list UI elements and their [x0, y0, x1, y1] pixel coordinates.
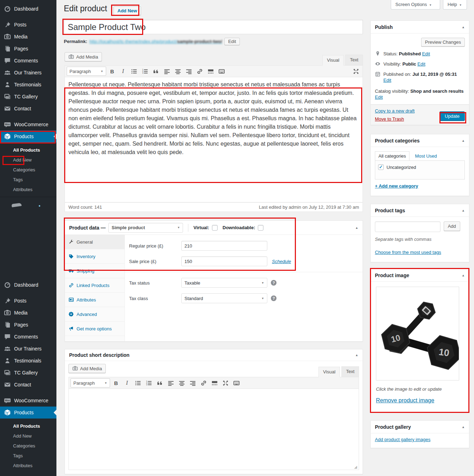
sidebar-item-tc-gallery[interactable]: TC Gallery [0, 367, 56, 379]
sidebar-item-media[interactable]: Media [0, 31, 56, 43]
sidebar-subitem-categories[interactable]: Categories [0, 441, 56, 451]
align-center-button[interactable] [177, 378, 187, 387]
add-new-category-link[interactable]: + Add new category [375, 183, 418, 189]
short-description-content-area[interactable]: ◢ [68, 389, 359, 470]
read-more-button[interactable] [206, 67, 215, 76]
sidebar-item-pages[interactable]: Pages [0, 43, 56, 55]
sidebar-subitem-add-new[interactable]: Add New [0, 155, 56, 165]
collapse-toggle-icon[interactable]: ▲ [462, 274, 465, 277]
uncategorized-checkbox[interactable] [378, 164, 384, 170]
sidebar-item-dashboard[interactable]: Dashboard [0, 279, 56, 291]
sidebar-item-contact[interactable]: Contact [0, 103, 56, 115]
align-left-button[interactable] [162, 67, 172, 76]
sidebar-item-tc-gallery[interactable]: TC Gallery [0, 91, 56, 103]
collapse-toggle-icon[interactable]: ▲ [462, 25, 465, 29]
bold-button[interactable]: B [111, 378, 121, 387]
collapse-toggle-icon[interactable]: ▲ [462, 209, 465, 212]
fullscreen-button[interactable] [220, 378, 230, 387]
sale-price-input[interactable] [181, 256, 267, 266]
update-button[interactable]: Update [439, 111, 465, 121]
editor-content-area[interactable]: Pellentesque ut neque. Pellentesque habi… [65, 77, 363, 202]
help-icon[interactable]: ? [271, 280, 276, 286]
collapse-toggle-icon[interactable]: ▲ [355, 353, 358, 357]
help-tab[interactable]: Help▼ [443, 0, 467, 10]
keyboard-shortcuts-button[interactable] [231, 378, 241, 387]
collapse-toggle-icon[interactable]: ▲ [355, 226, 358, 230]
sidebar-item-woocommerce[interactable]: WooCommerce [0, 395, 56, 407]
paragraph-format-select[interactable]: Paragraph▼ [67, 67, 106, 76]
collapse-toggle-icon[interactable]: ▲ [462, 139, 465, 142]
sidebar-subitem-all-products[interactable]: All Products [0, 421, 56, 431]
tab-most-used[interactable]: Most Used [415, 153, 437, 159]
numbered-list-button[interactable] [140, 67, 150, 76]
blockquote-button[interactable] [155, 378, 165, 387]
downloadable-checkbox[interactable] [258, 225, 263, 231]
help-icon[interactable]: ? [271, 295, 276, 301]
tab-visual[interactable]: Visual [318, 367, 340, 377]
sidebar-item-posts[interactable]: Posts [0, 295, 56, 307]
sidebar-subitem-attributes[interactable]: Attributes [0, 461, 56, 471]
sidebar-item-our-trainers[interactable]: Our Trainers [0, 343, 56, 355]
add-media-button[interactable]: Add Media [68, 364, 106, 373]
sidebar-item-testimonials[interactable]: Testimonials [0, 355, 56, 367]
fullscreen-button[interactable] [351, 67, 361, 76]
edit-catalog-link[interactable]: Edit [375, 94, 383, 100]
product-type-select[interactable]: Simple product▼ [108, 223, 183, 233]
sidebar-subitem-all-products[interactable]: All Products [0, 145, 56, 155]
sidebar-subitem-tags[interactable]: Tags [0, 175, 56, 185]
schedule-link[interactable]: Schedule [272, 259, 291, 264]
paragraph-format-select[interactable]: Paragraph▼ [71, 378, 110, 387]
sidebar-subitem-categories[interactable]: Categories [0, 165, 56, 175]
tax-status-select[interactable]: Taxable▼ [181, 278, 267, 288]
add-gallery-images-link[interactable]: Add product gallery images [375, 437, 431, 442]
sidebar-item-woocommerce[interactable]: WooCommerce [0, 118, 56, 130]
tab-text[interactable]: Text [341, 366, 359, 377]
sidebar-subitem-add-new[interactable]: Add New [0, 431, 56, 441]
tag-input[interactable] [375, 221, 440, 232]
tab-text[interactable]: Text [345, 55, 363, 65]
sidebar-item-contact[interactable]: Contact [0, 379, 56, 391]
sidebar-item-posts[interactable]: Posts [0, 19, 56, 31]
bullet-list-button[interactable] [129, 67, 139, 76]
sidebar-subitem-tags[interactable]: Tags [0, 451, 56, 461]
read-more-button[interactable] [209, 378, 219, 387]
move-to-trash-link[interactable]: Move to Trash [375, 116, 404, 122]
screen-options-tab[interactable]: Screen Options▼ [391, 0, 440, 10]
bullet-list-button[interactable] [133, 378, 143, 387]
sidebar-item-products[interactable]: Products [0, 407, 56, 419]
tab-all-categories[interactable]: All categories [375, 151, 409, 161]
sidebar-item-products[interactable]: Products [0, 130, 56, 142]
product-data-tab-attributes[interactable]: Attributes [65, 293, 124, 307]
tab-visual[interactable]: Visual [322, 55, 344, 66]
sidebar-item-pages[interactable]: Pages [0, 319, 56, 331]
remove-product-image-link[interactable]: Remove product image [376, 397, 434, 403]
tax-class-select[interactable]: Standard▼ [181, 293, 267, 303]
insert-link-button[interactable] [195, 67, 205, 76]
sidebar-subitem-attributes[interactable]: Attributes [0, 185, 56, 195]
blockquote-button[interactable] [151, 67, 161, 76]
sidebar-item-testimonials[interactable]: Testimonials [0, 79, 56, 91]
sidebar-item-comments[interactable]: Comments [0, 331, 56, 343]
product-data-tab-advanced[interactable]: Advanced [65, 307, 124, 322]
edit-published-link[interactable]: Edit [383, 78, 391, 83]
italic-button[interactable]: I [122, 378, 132, 387]
align-center-button[interactable] [173, 67, 183, 76]
numbered-list-button[interactable] [144, 378, 154, 387]
collapse-toggle-icon[interactable]: ▲ [462, 425, 465, 429]
copy-to-draft-link[interactable]: Copy to a new draft [375, 108, 415, 114]
resize-handle[interactable]: ◢ [354, 465, 358, 469]
add-tag-button[interactable]: Add [444, 221, 460, 231]
product-data-tab-inventory[interactable]: Inventory [65, 249, 124, 264]
product-image-thumbnail[interactable]: Two black hex dumbbells marked 10 [376, 287, 459, 380]
product-data-tab-general[interactable]: General [65, 235, 124, 249]
regular-price-input[interactable] [181, 241, 267, 251]
edit-status-link[interactable]: Edit [422, 51, 430, 56]
align-right-button[interactable] [188, 378, 198, 387]
preview-changes-button[interactable]: Preview Changes [421, 38, 465, 47]
permalink-edit-button[interactable]: Edit [224, 38, 240, 45]
add-media-button[interactable]: Add Media [65, 52, 102, 61]
sidebar-item-dashboard[interactable]: Dashboard [0, 3, 56, 15]
product-data-tab-shipping[interactable]: Shipping [65, 264, 124, 278]
add-new-button[interactable]: Add New [114, 6, 141, 15]
permalink-url[interactable]: http://localhost/tc-theme/index.php/prod… [89, 39, 222, 44]
